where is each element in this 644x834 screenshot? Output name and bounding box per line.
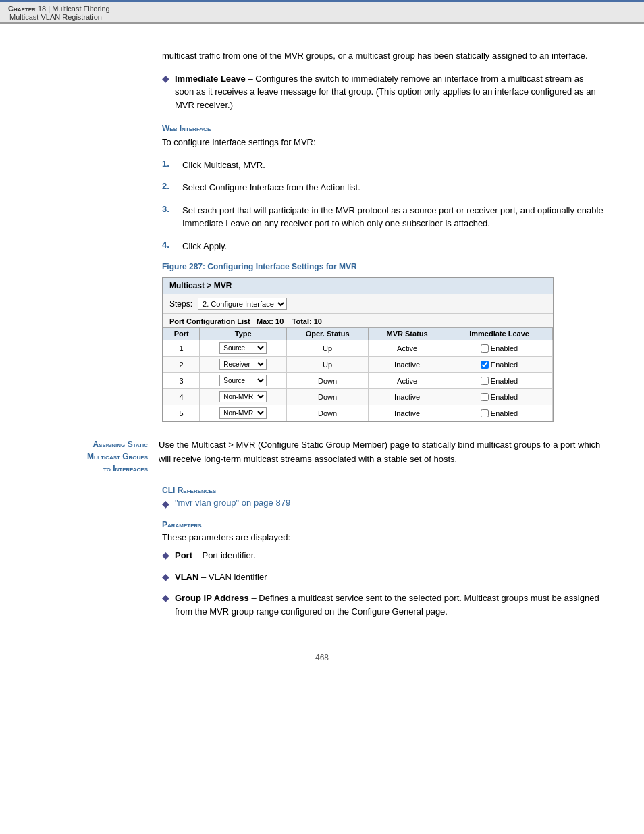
immediate-leave-checkbox-row-3[interactable] <box>481 393 489 401</box>
chapter-num: 18 <box>38 5 46 13</box>
step-1-text: Click Multicast, MVR. <box>182 159 265 172</box>
col-immediate-leave: Immediate Leave <box>446 328 553 340</box>
web-interface-heading: Web Interface <box>162 124 603 133</box>
step-2: 2. Select Configure Interface from the A… <box>162 181 603 194</box>
params-heading: Parameters <box>162 520 603 529</box>
immediate-leave-label: Enabled <box>491 393 518 401</box>
step-4-text: Click Apply. <box>182 240 227 253</box>
page-footer: – 468 – <box>0 640 644 669</box>
cell-type: Non-MVR <box>200 405 287 421</box>
diamond-icon-group-ip: ◆ <box>162 592 169 618</box>
main-content: multicast traffic from one of the MVR gr… <box>0 24 644 640</box>
interface-panel: Multicast > MVR Steps: 2. Configure Inte… <box>162 277 554 422</box>
diamond-icon-port: ◆ <box>162 550 169 563</box>
params-intro: These parameters are displayed: <box>162 532 603 542</box>
step-1-num: 1. <box>162 159 182 172</box>
table-row: 1SourceUpActiveEnabled <box>163 340 553 357</box>
chapter-title: Multicast Filtering <box>52 5 110 13</box>
table-row: 4Non-MVRDownInactiveEnabled <box>163 389 553 405</box>
cell-mvr-status: Inactive <box>369 405 446 421</box>
cell-type: Receiver <box>200 357 287 373</box>
panel-step-select[interactable]: 2. Configure Interface <box>198 298 287 310</box>
cell-oper-status: Up <box>287 357 369 373</box>
bullet-1-text: Immediate Leave – Configures the switch … <box>175 72 603 112</box>
cell-oper-status: Down <box>287 373 369 389</box>
assigning-section: Assigning Static Multicast Groups to Int… <box>41 438 603 475</box>
port-table: Port Type Oper. Status MVR Status Immedi… <box>163 327 553 421</box>
bullet-immediate-leave: ◆ Immediate Leave – Configures the switc… <box>162 72 603 112</box>
param-vlan: ◆ VLAN – VLAN identifier <box>162 571 603 584</box>
cell-port: 5 <box>163 405 200 421</box>
immediate-leave-label: Enabled <box>491 377 518 385</box>
cell-type: Source <box>200 373 287 389</box>
cell-immediate-leave: Enabled <box>446 357 553 373</box>
step-2-text: Select Configure Interface from the Acti… <box>182 181 360 194</box>
diamond-icon-cli: ◆ <box>162 498 169 509</box>
immediate-leave-checkbox-row-1[interactable] <box>481 361 489 369</box>
intro-paragraph: multicast traffic from one of the MVR gr… <box>162 49 603 63</box>
step-3-text: Set each port that will participate in t… <box>182 204 603 230</box>
table-row: 5Non-MVRDownInactiveEnabled <box>163 405 553 421</box>
cell-oper-status: Down <box>287 389 369 405</box>
immediate-leave-label: Enabled <box>491 344 518 353</box>
col-type: Type <box>200 328 287 340</box>
type-select-row-2[interactable]: Source <box>219 375 267 386</box>
immediate-leave-checkbox-row-4[interactable] <box>481 409 489 417</box>
col-port: Port <box>163 328 200 340</box>
cell-type: Source <box>200 340 287 357</box>
immediate-leave-checkbox-row-2[interactable] <box>481 377 489 385</box>
step-4-num: 4. <box>162 240 182 253</box>
step-2-num: 2. <box>162 181 182 194</box>
cell-port: 3 <box>163 373 200 389</box>
page-number: – 468 – <box>308 653 336 662</box>
assigning-left-label: Assigning Static Multicast Groups to Int… <box>41 438 159 475</box>
header-bar: Chapter 18 | Multicast Filtering Multica… <box>0 2 644 24</box>
table-row: 3SourceDownActiveEnabled <box>163 373 553 389</box>
immediate-leave-label: Enabled <box>491 361 518 369</box>
cell-immediate-leave: Enabled <box>446 340 553 357</box>
cli-heading: CLI References <box>162 486 603 495</box>
immediate-leave-checkbox-row-0[interactable] <box>481 344 489 353</box>
param-port: ◆ Port – Port identifier. <box>162 549 603 563</box>
cell-oper-status: Up <box>287 340 369 357</box>
step-1: 1. Click Multicast, MVR. <box>162 159 603 172</box>
param-vlan-text: VLAN – VLAN identifier <box>175 571 267 584</box>
panel-title: Multicast > MVR <box>163 278 553 294</box>
chapter-label: Chapter <box>8 5 36 13</box>
type-select-row-4[interactable]: Non-MVR <box>219 407 267 419</box>
cell-mvr-status: Inactive <box>369 357 446 373</box>
param-group-ip-text: Group IP Address – Defines a multicast s… <box>175 592 603 618</box>
web-interface-intro: To configure interface settings for MVR: <box>162 136 603 149</box>
immediate-leave-label: Enabled <box>491 409 518 417</box>
cell-immediate-leave: Enabled <box>446 373 553 389</box>
col-mvr-status: MVR Status <box>369 328 446 340</box>
type-select-row-0[interactable]: Source <box>219 342 267 354</box>
cell-type: Non-MVR <box>200 389 287 405</box>
diamond-icon-vlan: ◆ <box>162 571 169 584</box>
cell-port: 2 <box>163 357 200 373</box>
assigning-body: Use the Multicast > MVR (Configure Stati… <box>159 438 603 475</box>
step-3-num: 3. <box>162 204 182 230</box>
step-4: 4. Click Apply. <box>162 240 603 253</box>
cell-immediate-leave: Enabled <box>446 405 553 421</box>
step-3: 3. Set each port that will participate i… <box>162 204 603 230</box>
diamond-icon-1: ◆ <box>162 73 169 112</box>
cell-mvr-status: Inactive <box>369 389 446 405</box>
param-port-text: Port – Port identifier. <box>175 549 256 563</box>
cell-mvr-status: Active <box>369 340 446 357</box>
cell-port: 1 <box>163 340 200 357</box>
cli-link[interactable]: "mvr vlan group" on page 879 <box>175 498 290 509</box>
header-chapter: Chapter 18 | Multicast Filtering <box>8 5 636 13</box>
cell-mvr-status: Active <box>369 373 446 389</box>
figure-caption: Figure 287: Configuring Interface Settin… <box>162 262 603 271</box>
header-subtitle: Multicast VLAN Registration <box>8 13 636 21</box>
panel-step-label: Steps: <box>169 299 192 309</box>
type-select-row-1[interactable]: Receiver <box>219 359 267 370</box>
param-group-ip: ◆ Group IP Address – Defines a multicast… <box>162 592 603 618</box>
cell-immediate-leave: Enabled <box>446 389 553 405</box>
port-config-header: Port Configuration List Max: 10 Total: 1… <box>163 314 553 327</box>
table-row: 2ReceiverUpInactiveEnabled <box>163 357 553 373</box>
cell-port: 4 <box>163 389 200 405</box>
type-select-row-3[interactable]: Non-MVR <box>219 391 267 402</box>
col-oper-status: Oper. Status <box>287 328 369 340</box>
